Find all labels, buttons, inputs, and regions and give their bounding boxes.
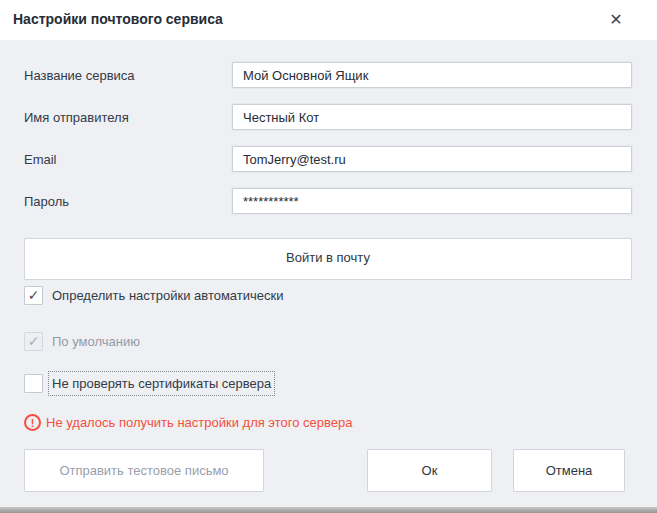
service-name-label: Название сервиса (24, 62, 224, 90)
email-row: Email (24, 146, 632, 174)
mail-service-settings-dialog: Настройки почтового сервиса ✕ Название с… (0, 0, 657, 513)
dialog-header: Настройки почтового сервиса ✕ (0, 0, 657, 40)
dialog-title: Настройки почтового сервиса (13, 11, 223, 27)
default-checkbox-row: ✓ По умолчанию (24, 330, 140, 352)
sender-name-row: Имя отправителя (24, 104, 632, 132)
error-exclamation-icon: ! (24, 414, 41, 431)
email-input[interactable] (232, 146, 632, 172)
email-label: Email (24, 146, 224, 174)
auto-settings-checkbox[interactable]: ✓ (24, 286, 43, 305)
password-row: Пароль (24, 188, 632, 216)
auto-settings-checkbox-row: ✓ Определить настройки автоматически (24, 284, 283, 306)
error-message: Не удалось получить настройки для этого … (46, 415, 352, 430)
default-checkbox-label: По умолчанию (52, 334, 140, 349)
skip-certificates-checkbox-label[interactable]: Не проверять сертификаты сервера (48, 371, 275, 396)
ok-button[interactable]: Ок (367, 449, 492, 492)
login-mail-button[interactable]: Войти в почту (24, 238, 632, 280)
send-test-letter-button[interactable]: Отправить тестовое письмо (24, 449, 264, 492)
window-bottom-edge (0, 507, 657, 513)
close-icon[interactable]: ✕ (605, 9, 627, 31)
password-label: Пароль (24, 188, 224, 216)
service-name-input[interactable] (232, 62, 632, 88)
sender-name-label: Имя отправителя (24, 104, 224, 132)
skip-certificates-checkbox[interactable] (24, 374, 43, 393)
cancel-button[interactable]: Отмена (513, 449, 625, 492)
auto-settings-checkbox-label[interactable]: Определить настройки автоматически (52, 288, 283, 303)
sender-name-input[interactable] (232, 104, 632, 130)
skip-certificates-checkbox-row: Не проверять сертификаты сервера (24, 372, 275, 394)
default-checkbox: ✓ (24, 332, 43, 351)
checkmark-icon: ✓ (28, 287, 40, 303)
error-message-row: ! Не удалось получить настройки для этог… (24, 414, 352, 431)
checkmark-icon: ✓ (28, 333, 40, 349)
service-name-row: Название сервиса (24, 62, 632, 90)
password-input[interactable] (232, 188, 632, 214)
